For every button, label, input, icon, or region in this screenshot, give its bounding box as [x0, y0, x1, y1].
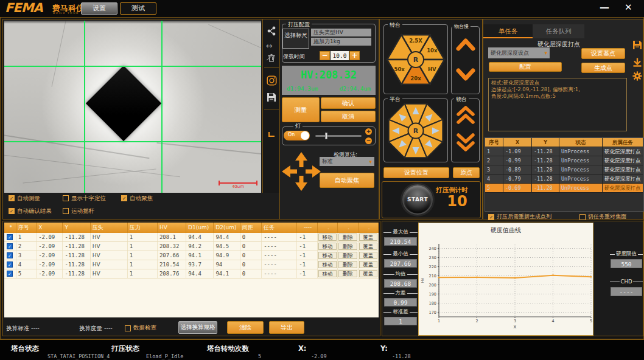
- resize-horizontal-icon[interactable]: ↔: [266, 41, 273, 50]
- trash-icon[interactable]: [267, 53, 276, 63]
- autofocus-button[interactable]: 自动聚焦: [320, 173, 374, 188]
- camera-option[interactable]: 显示十字定位: [63, 195, 106, 202]
- camera-option[interactable]: ✓自动聚焦: [121, 195, 153, 202]
- delete-button[interactable]: 删除: [338, 270, 357, 277]
- toggle-knob[interactable]: [301, 131, 309, 140]
- result-row[interactable]: ✓4-2.09-11.28HV1210.5493.7940-----1移动删除覆…: [4, 260, 379, 269]
- delete-button[interactable]: 删除: [338, 243, 357, 250]
- tab-task-queue[interactable]: 任务队列: [533, 24, 584, 38]
- delete-button[interactable]: 删除: [338, 261, 357, 268]
- overwrite-button[interactable]: 覆盖: [359, 243, 377, 250]
- cancel-button[interactable]: 取消: [321, 111, 376, 122]
- checkbox-icon[interactable]: [63, 208, 69, 214]
- move-arrow-down[interactable]: [295, 176, 307, 191]
- close-icon[interactable]: ✕: [625, 2, 632, 13]
- camera-option[interactable]: 运动摇杆: [63, 207, 94, 215]
- collapse-icon[interactable]: [268, 132, 275, 137]
- row-checkbox-icon[interactable]: ✓: [7, 243, 13, 249]
- delete-button[interactable]: 删除: [338, 252, 357, 259]
- stage-up-button[interactable]: [455, 105, 476, 125]
- row-checkbox-icon[interactable]: ✓: [7, 252, 13, 258]
- result-row[interactable]: ✓3-2.09-11.28HV1207.6694.194.90-----1移动删…: [4, 251, 379, 260]
- checkbox-icon[interactable]: ✓: [121, 195, 127, 201]
- move-button[interactable]: 移动: [318, 252, 337, 259]
- origin-button[interactable]: 原点: [453, 167, 480, 178]
- confirm-button[interactable]: 确认: [321, 97, 376, 109]
- move-button[interactable]: 移动: [318, 243, 337, 250]
- delete-button[interactable]: 删除: [338, 234, 357, 241]
- export-button[interactable]: 导出: [269, 321, 304, 334]
- task-option[interactable]: 切任务重对焦面: [579, 213, 626, 221]
- set-base-point-button[interactable]: 设置基点: [581, 48, 625, 59]
- camera-icon[interactable]: [267, 75, 277, 86]
- tab-single-task[interactable]: 单任务: [483, 24, 533, 38]
- set-position-button[interactable]: 设置位置: [383, 167, 449, 178]
- move-arrow-left[interactable]: [282, 165, 297, 178]
- minimize-icon[interactable]: —: [600, 1, 609, 13]
- overwrite-button[interactable]: 覆盖: [359, 234, 377, 241]
- checkbox-icon[interactable]: [125, 325, 131, 331]
- move-button[interactable]: 移动: [318, 261, 337, 268]
- row-checkbox-icon[interactable]: ✓: [7, 234, 13, 240]
- data-check-option[interactable]: 数据检查: [125, 324, 156, 332]
- light-plus-button[interactable]: +: [365, 128, 372, 135]
- start-button[interactable]: START: [402, 184, 433, 215]
- move-arrow-right[interactable]: [306, 165, 321, 178]
- stage-down-button[interactable]: [455, 132, 476, 153]
- indenter-type-field[interactable]: 压头类型HV: [311, 29, 371, 36]
- task-option[interactable]: ✓打压后需重新生成点列: [488, 213, 551, 221]
- move-button[interactable]: 移动: [318, 234, 337, 241]
- force-field[interactable]: 施加力1kg: [311, 38, 371, 46]
- checkbox-icon[interactable]: ✓: [9, 195, 15, 201]
- checkbox-icon[interactable]: ✓: [488, 214, 494, 220]
- stage-slow-down-button[interactable]: [455, 67, 476, 83]
- gear-icon[interactable]: [632, 71, 642, 81]
- select-ruler-button[interactable]: 选择标尺: [282, 29, 309, 49]
- result-row[interactable]: ✓5-2.09-11.28HV1208.7694.494.10-----1移动删…: [4, 269, 379, 279]
- turret-selector[interactable]: 10x2.5X50x20xHVR: [385, 28, 446, 91]
- detect-algo-dropdown[interactable]: 标准 ▾: [320, 157, 374, 166]
- light-brightness-slider[interactable]: [315, 135, 362, 137]
- save-task-icon[interactable]: [632, 40, 642, 50]
- result-row[interactable]: ✓2-2.09-11.28HV1208.3294.294.50-----1移动删…: [4, 242, 379, 251]
- save-icon[interactable]: [267, 92, 276, 102]
- task-point-row[interactable]: 1-1.09-11.28UnProcess硬化层深度打点: [485, 147, 643, 156]
- task-point-row[interactable]: 5-0.69-11.28UnProcess硬化层深度打点: [485, 184, 643, 193]
- task-preset-dropdown[interactable]: 硬化层深度设点 ▾: [488, 47, 550, 58]
- row-checkbox-icon[interactable]: ✓: [7, 271, 13, 277]
- overwrite-button[interactable]: 覆盖: [359, 261, 377, 268]
- task-point-row[interactable]: 3-0.89-11.28UnProcess硬化层深度打点: [485, 165, 643, 175]
- task-point-row[interactable]: 2-0.99-11.28UnProcess硬化层深度打点: [485, 156, 643, 165]
- stage-slow-up-button[interactable]: [455, 36, 476, 52]
- result-row[interactable]: ✓1-2.09-11.28HV1208.194.494.40-----1移动删除…: [4, 233, 379, 242]
- test-button[interactable]: 测试: [120, 2, 156, 15]
- hold-time-plus-button[interactable]: +: [349, 51, 360, 60]
- task-point-row[interactable]: 4-0.79-11.28UnProcess硬化层深度打点: [485, 175, 643, 184]
- checkbox-icon[interactable]: ✓: [9, 208, 15, 214]
- download-icon[interactable]: [632, 57, 642, 67]
- checkbox-icon[interactable]: [63, 195, 69, 201]
- configure-button[interactable]: 配置: [489, 62, 562, 72]
- light-minus-button[interactable]: −: [365, 137, 372, 144]
- hold-time-value[interactable]: 10.0: [331, 51, 349, 60]
- share-icon[interactable]: [267, 26, 276, 36]
- overwrite-button[interactable]: 覆盖: [359, 270, 377, 277]
- hold-time-minus-button[interactable]: −: [320, 51, 330, 60]
- camera-option[interactable]: ✓自动测量: [9, 195, 40, 202]
- camera-option[interactable]: ✓自动确认结果: [9, 207, 52, 215]
- measure-button[interactable]: 测量: [282, 97, 320, 122]
- move-arrow-up[interactable]: [295, 152, 307, 167]
- settings-button[interactable]: 设置: [81, 2, 117, 15]
- generate-points-button[interactable]: 生成点: [581, 63, 625, 73]
- checkbox-icon[interactable]: [579, 214, 586, 220]
- light-toggle[interactable]: On: [284, 131, 310, 140]
- microscope-view[interactable]: 40um: [4, 21, 261, 193]
- move-button[interactable]: 移动: [318, 270, 337, 277]
- overwrite-button[interactable]: 覆盖: [359, 252, 377, 259]
- select-conversion-spec-button[interactable]: 选择换算规格: [178, 321, 217, 334]
- limit-value[interactable]: 550: [611, 259, 642, 268]
- platform-move-pad[interactable]: R: [385, 100, 446, 161]
- slider-thumb[interactable]: [325, 133, 327, 139]
- camera-move-pad[interactable]: [280, 150, 323, 193]
- row-checkbox-icon[interactable]: ✓: [7, 261, 13, 268]
